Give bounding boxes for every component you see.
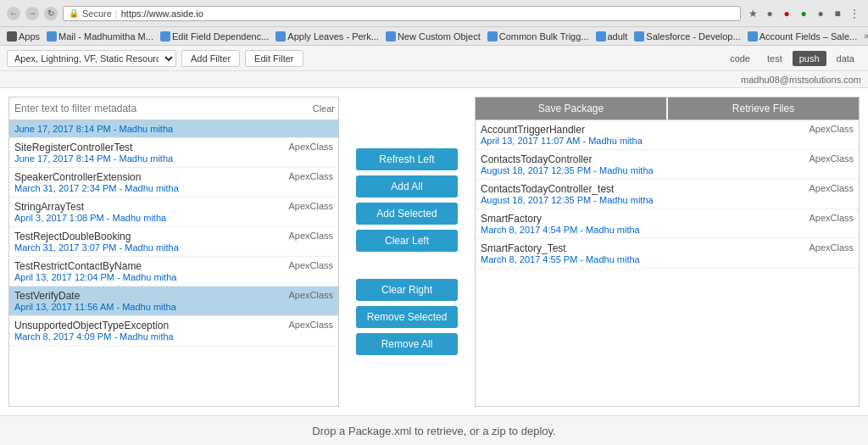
item-type: ApexClass xyxy=(288,231,333,241)
list-item[interactable]: SiteRegisterControllerTest June 17, 2017… xyxy=(9,138,338,168)
lock-icon: 🔒 xyxy=(69,8,79,18)
bookmarks-bar: Apps Mail - Madhumitha M... Edit Field D… xyxy=(0,27,868,46)
bookmark-mail[interactable]: Mail - Madhumitha M... xyxy=(47,31,153,42)
right-item-type: ApexClass xyxy=(809,153,854,164)
back-button[interactable]: ← xyxy=(7,7,20,20)
item-name: SpeakerControllerExtension xyxy=(14,171,179,183)
tab-test[interactable]: test xyxy=(760,51,789,66)
refresh-left-button[interactable]: Refresh Left xyxy=(356,148,458,170)
retrieve-files-button[interactable]: Retrieve Files xyxy=(668,97,859,120)
add-filter-button[interactable]: Add Filter xyxy=(181,50,240,67)
add-all-button[interactable]: Add All xyxy=(356,175,458,197)
bookmark-field-dep[interactable]: Edit Field Dependenc... xyxy=(160,31,269,42)
right-list-item[interactable]: ContactsTodayController August 18, 2017 … xyxy=(476,150,859,180)
extension-icon3[interactable]: ● xyxy=(797,7,810,20)
right-item-type: ApexClass xyxy=(809,213,854,223)
item-content: UnsupportedObjectTypeException March 8, … xyxy=(14,320,174,342)
list-item[interactable]: TestRejectDoubleBooking March 31, 2017 3… xyxy=(9,227,338,257)
right-item-date: August 18, 2017 12:35 PM - Madhu mitha xyxy=(481,195,654,205)
extension-icon4[interactable]: ● xyxy=(814,7,827,20)
mail-icon xyxy=(47,31,57,42)
right-item-content: SmartFactory March 8, 2017 4:54 PM - Mad… xyxy=(481,213,640,235)
item-date: April 3, 2017 1:08 PM - Madhu mitha xyxy=(14,213,166,223)
clear-filter-button[interactable]: Clear xyxy=(313,103,335,114)
right-list-item[interactable]: SmartFactory March 8, 2017 4:54 PM - Mad… xyxy=(476,209,859,239)
right-list-item[interactable]: SmartFactory_Test March 8, 2017 4:55 PM … xyxy=(476,239,859,269)
tab-push[interactable]: push xyxy=(793,51,826,66)
list-item[interactable]: StringArrayTest April 3, 2017 1:08 PM - … xyxy=(9,197,338,227)
edit-filter-button[interactable]: Edit Filter xyxy=(245,50,303,67)
right-list-item[interactable]: ContactsTodayController_test August 18, … xyxy=(476,180,859,209)
right-item-type: ApexClass xyxy=(809,183,854,193)
tab-data[interactable]: data xyxy=(830,51,861,66)
remove-all-button[interactable]: Remove All xyxy=(356,333,458,355)
left-panel: Clear June 17, 2017 8:14 PM - Madhu mith… xyxy=(8,97,339,407)
filter-input[interactable] xyxy=(13,101,313,116)
middle-buttons: Refresh Left Add All Add Selected Clear … xyxy=(348,97,466,407)
item-date: June 17, 2017 8:14 PM - Madhu mitha xyxy=(14,153,173,164)
remove-selected-button[interactable]: Remove Selected xyxy=(356,306,458,328)
right-item-name: ContactsTodayController_test xyxy=(481,183,654,195)
left-list-items: SiteRegisterControllerTest June 17, 2017… xyxy=(9,138,338,346)
item-name: SiteRegisterControllerTest xyxy=(14,142,173,153)
item-type: ApexClass xyxy=(288,171,333,181)
sf-icon3 xyxy=(386,31,396,42)
item-content: StringArrayTest April 3, 2017 1:08 PM - … xyxy=(14,201,166,223)
right-item-date: March 8, 2017 4:55 PM - Madhu mitha xyxy=(481,254,640,264)
sf-icon2 xyxy=(275,31,286,42)
item-type: ApexClass xyxy=(288,290,333,300)
item-name: TestVerifyDate xyxy=(14,290,176,302)
clear-left-button[interactable]: Clear Left xyxy=(356,230,458,252)
browser-chrome: ← → ↻ 🔒 Secure | https://www.aside.io ★ … xyxy=(0,0,868,27)
right-item-date: August 18, 2017 12:35 PM - Madhu mitha xyxy=(481,165,654,175)
tab-code[interactable]: code xyxy=(723,51,757,66)
bookmark-leaves[interactable]: Apply Leaves - Perk... xyxy=(275,31,379,42)
reload-button[interactable]: ↻ xyxy=(44,7,58,20)
sf-icon5 xyxy=(596,31,606,42)
url-bar[interactable]: 🔒 Secure | https://www.aside.io xyxy=(63,6,741,21)
more-bookmarks-button[interactable]: » xyxy=(864,31,868,41)
filter-select[interactable]: Apex, Lightning, VF, Static Resources xyxy=(7,50,176,67)
toolbar-tabs: code test push data xyxy=(723,51,861,66)
list-item[interactable]: UnsupportedObjectTypeException March 8, … xyxy=(9,316,338,346)
item-type: ApexClass xyxy=(288,320,333,330)
right-list-item[interactable]: AccountTriggerHandler April 13, 2017 11:… xyxy=(476,120,859,150)
item-date: April 13, 2017 12:04 PM - Madhu mitha xyxy=(14,272,176,282)
save-package-button[interactable]: Save Package xyxy=(476,97,666,120)
item-content: June 17, 2017 8:14 PM - Madhu mitha xyxy=(14,124,173,134)
item-date: April 13, 2017 11:56 AM - Madhu mitha xyxy=(14,302,176,312)
list-item[interactable]: TestVerifyDate April 13, 2017 11:56 AM -… xyxy=(9,286,338,316)
right-item-content: SmartFactory_Test March 8, 2017 4:55 PM … xyxy=(481,242,640,264)
bookmark-bulk[interactable]: Common Bulk Trigg... xyxy=(487,31,589,42)
bookmark-new-obj[interactable]: New Custom Object xyxy=(386,31,481,42)
bookmark-adult[interactable]: adult xyxy=(596,31,628,42)
bookmark-apps[interactable]: Apps xyxy=(7,31,40,42)
list-item[interactable]: June 17, 2017 8:14 PM - Madhu mitha xyxy=(9,120,338,138)
extension-icon2[interactable]: ● xyxy=(780,7,793,20)
bookmark-sf-dev[interactable]: Salesforce - Develop... xyxy=(634,31,740,42)
list-item[interactable]: TestRestrictContactByName April 13, 2017… xyxy=(9,257,338,286)
clear-right-button[interactable]: Clear Right xyxy=(356,279,458,301)
extension-icon5[interactable]: ■ xyxy=(831,7,844,20)
left-list: June 17, 2017 8:14 PM - Madhu mitha Site… xyxy=(9,120,338,406)
item-name: TestRestrictContactByName xyxy=(14,260,176,272)
item-type: ApexClass xyxy=(288,260,333,270)
filter-bar: Clear xyxy=(9,97,338,120)
url-text: https://www.aside.io xyxy=(121,8,203,19)
app-toolbar: Apex, Lightning, VF, Static Resources Ad… xyxy=(0,46,868,71)
item-type: ApexClass xyxy=(288,201,333,211)
item-content: TestRestrictContactByName April 13, 2017… xyxy=(14,260,176,282)
bookmark-acct-fields[interactable]: Account Fields – Sale... xyxy=(748,31,858,42)
extension-icon1[interactable]: ● xyxy=(763,7,776,20)
menu-icon[interactable]: ⋮ xyxy=(848,7,861,20)
bookmark-icon[interactable]: ★ xyxy=(746,7,760,20)
right-item-name: ContactsTodayController xyxy=(481,153,654,165)
right-item-content: ContactsTodayController August 18, 2017 … xyxy=(481,153,654,175)
item-content: SpeakerControllerExtension March 31, 201… xyxy=(14,171,179,193)
list-item[interactable]: SpeakerControllerExtension March 31, 201… xyxy=(9,168,338,197)
item-date: March 31, 2017 2:34 PM - Madhu mitha xyxy=(14,183,179,193)
footer: Drop a Package.xml to retrieve, or a zip… xyxy=(0,415,868,445)
item-date: March 31, 2017 3:07 PM - Madhu mitha xyxy=(14,242,179,253)
forward-button[interactable]: → xyxy=(25,7,39,20)
add-selected-button[interactable]: Add Selected xyxy=(356,203,458,225)
